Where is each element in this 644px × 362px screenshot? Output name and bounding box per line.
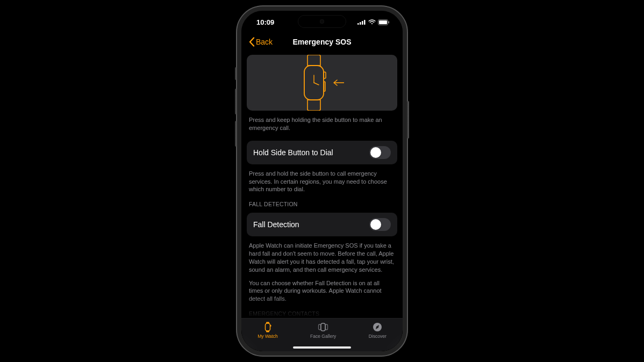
navigation-bar: Back Emergency SOS	[241, 33, 403, 50]
content-scroll[interactable]: Press and keep holding the side button t…	[241, 50, 403, 318]
tab-my-watch[interactable]: My Watch	[257, 322, 277, 339]
hero-caption: Press and keep holding the side button t…	[247, 116, 397, 132]
svg-line-11	[314, 83, 319, 85]
toggle-knob	[370, 147, 381, 158]
status-time: 10:09	[256, 18, 274, 26]
battery-icon	[378, 19, 390, 25]
watch-side-button-illustration	[299, 55, 345, 111]
tab-face-gallery-label: Face Gallery	[310, 334, 336, 339]
side-button-vol-down	[235, 121, 237, 147]
tab-discover[interactable]: Discover	[369, 322, 387, 339]
arrow-left-icon	[333, 79, 345, 86]
svg-rect-2	[362, 21, 363, 25]
chevron-left-icon	[249, 37, 255, 47]
hold-side-button-toggle[interactable]	[369, 146, 391, 159]
hold-side-button-cell: Hold Side Button to Dial	[247, 141, 397, 164]
side-button-vol-up	[235, 89, 237, 114]
svg-rect-6	[389, 21, 390, 23]
fall-detection-footer-2: You can choose whether Fall Detection is…	[247, 279, 397, 303]
fall-detection-header: FALL DETECTION	[247, 198, 397, 208]
back-button[interactable]: Back	[249, 37, 273, 47]
svg-rect-17	[321, 323, 325, 331]
emergency-contacts-header: EMERGENCY CONTACTS	[247, 307, 397, 318]
svg-rect-19	[326, 324, 328, 330]
svg-rect-15	[266, 331, 269, 332]
status-indicators	[357, 19, 390, 25]
hero-illustration-card	[247, 55, 397, 111]
dynamic-island	[298, 15, 346, 28]
apple-watch-icon	[299, 55, 334, 111]
cellular-icon	[357, 19, 366, 25]
watch-tab-icon	[262, 322, 274, 332]
back-label: Back	[256, 38, 273, 46]
svg-rect-0	[357, 23, 359, 25]
fall-detection-footer-1: Apple Watch can initiate Emergency SOS i…	[247, 242, 397, 273]
screen: 10:09	[241, 11, 403, 351]
face-gallery-tab-icon	[317, 322, 329, 332]
side-button-power	[407, 101, 409, 139]
fall-detection-cell: Fall Detection	[247, 213, 397, 236]
wifi-icon	[368, 19, 376, 25]
svg-rect-9	[324, 82, 326, 91]
svg-rect-8	[324, 72, 326, 78]
svg-rect-3	[364, 20, 366, 25]
toggle-knob	[370, 219, 381, 230]
iphone-device-frame: 10:09	[237, 6, 407, 356]
side-button-silent	[235, 67, 237, 80]
svg-rect-16	[270, 325, 271, 327]
fall-detection-label: Fall Detection	[253, 220, 299, 229]
tab-discover-label: Discover	[369, 334, 387, 339]
discover-tab-icon	[371, 322, 383, 332]
fall-detection-toggle[interactable]	[369, 218, 391, 231]
svg-rect-18	[319, 324, 321, 330]
svg-rect-5	[379, 20, 387, 24]
home-indicator[interactable]	[293, 346, 351, 349]
svg-rect-14	[266, 322, 269, 324]
svg-rect-13	[265, 323, 270, 331]
tab-face-gallery[interactable]: Face Gallery	[310, 322, 336, 339]
tab-my-watch-label: My Watch	[257, 334, 277, 339]
hold-side-button-label: Hold Side Button to Dial	[253, 148, 333, 157]
svg-rect-1	[360, 22, 361, 25]
hold-side-button-footer: Press and hold the side button to call e…	[247, 170, 397, 194]
